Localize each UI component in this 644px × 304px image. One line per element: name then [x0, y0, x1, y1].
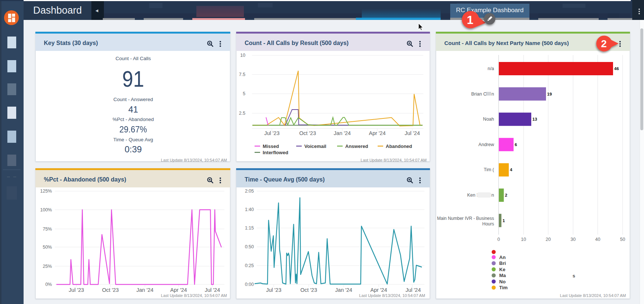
- svg-text:Jul '24: Jul '24: [406, 287, 421, 293]
- svg-text:7.5: 7.5: [239, 72, 245, 77]
- svg-text:Bri: Bri: [499, 260, 506, 266]
- svg-text:Ken l: Ken l: [467, 193, 478, 198]
- svg-text:Tim (: Tim (: [484, 167, 494, 172]
- svg-text:10: 10: [521, 237, 526, 242]
- svg-text:75%: 75%: [43, 227, 52, 232]
- svg-text:0%: 0%: [45, 282, 52, 287]
- svg-text:1: 1: [503, 218, 505, 223]
- svg-text:25%: 25%: [43, 264, 52, 269]
- svg-text:Ma: Ma: [499, 273, 506, 278]
- svg-text:50%: 50%: [43, 245, 52, 250]
- svg-text:Oct '23: Oct '23: [299, 130, 316, 136]
- svg-text:Oct '23: Oct '23: [300, 287, 317, 293]
- svg-text:Jul '23: Jul '23: [266, 287, 281, 293]
- svg-text:0: 0: [497, 237, 500, 242]
- svg-text:n/a: n/a: [488, 66, 494, 71]
- svg-text:n: n: [491, 91, 494, 97]
- svg-text:10: 10: [240, 53, 245, 58]
- svg-text:Tim: Tim: [499, 285, 508, 290]
- svg-text:6: 6: [515, 142, 517, 147]
- svg-text:n: n: [491, 193, 494, 198]
- svg-text:Apr '24: Apr '24: [370, 287, 387, 293]
- svg-text:An: An: [499, 255, 505, 260]
- svg-text:Apr '24: Apr '24: [369, 130, 386, 136]
- svg-text:Abandoned: Abandoned: [386, 144, 412, 149]
- svg-text:4: 4: [510, 167, 512, 172]
- svg-text:0:00: 0:00: [245, 282, 254, 287]
- svg-text:Jul '24: Jul '24: [205, 287, 220, 293]
- svg-text:Main Number IVR - Business: Main Number IVR - Business: [437, 216, 494, 221]
- svg-text:Jan '24: Jan '24: [334, 130, 351, 136]
- svg-text:50: 50: [620, 237, 625, 242]
- svg-text:2:05: 2:05: [245, 189, 254, 194]
- svg-text:Hours: Hours: [482, 221, 494, 227]
- svg-text:100%: 100%: [40, 207, 52, 213]
- svg-text:2: 2: [505, 193, 507, 197]
- svg-text:19: 19: [547, 92, 552, 96]
- svg-text:Andrew: Andrew: [479, 142, 494, 147]
- svg-text:40: 40: [595, 237, 601, 242]
- svg-text:Jul '24: Jul '24: [405, 130, 420, 136]
- svg-text:Ke: Ke: [499, 267, 505, 272]
- svg-text:Brian C: Brian C: [471, 91, 487, 97]
- svg-text:1:15: 1:15: [245, 225, 254, 231]
- svg-text:Voicemail: Voicemail: [304, 144, 326, 149]
- svg-text:Interflowed: Interflowed: [263, 150, 288, 155]
- svg-text:0:50: 0:50: [245, 244, 254, 249]
- svg-text:Noah: Noah: [483, 117, 494, 122]
- svg-text:Jul '23: Jul '23: [264, 130, 279, 136]
- svg-text:No: No: [499, 279, 505, 284]
- svg-text:2.5: 2.5: [239, 111, 245, 116]
- svg-text:1:40: 1:40: [245, 207, 254, 212]
- svg-text:Answered: Answered: [345, 144, 368, 149]
- svg-text:Jan '24: Jan '24: [335, 287, 352, 293]
- svg-text:125%: 125%: [40, 189, 52, 194]
- svg-text:46: 46: [614, 66, 619, 71]
- svg-text:Jul '23: Jul '23: [69, 287, 84, 293]
- svg-text:13: 13: [532, 117, 537, 121]
- svg-text:20: 20: [546, 237, 551, 242]
- svg-text:0:25: 0:25: [245, 263, 254, 268]
- svg-text:5: 5: [243, 91, 245, 96]
- svg-text:Jan '24: Jan '24: [136, 287, 153, 293]
- svg-text:Missed: Missed: [263, 144, 279, 149]
- svg-text:s: s: [573, 273, 575, 279]
- svg-text:30: 30: [571, 237, 576, 242]
- svg-text:Oct '23: Oct '23: [102, 287, 119, 293]
- svg-text:Apr '24: Apr '24: [170, 287, 187, 293]
